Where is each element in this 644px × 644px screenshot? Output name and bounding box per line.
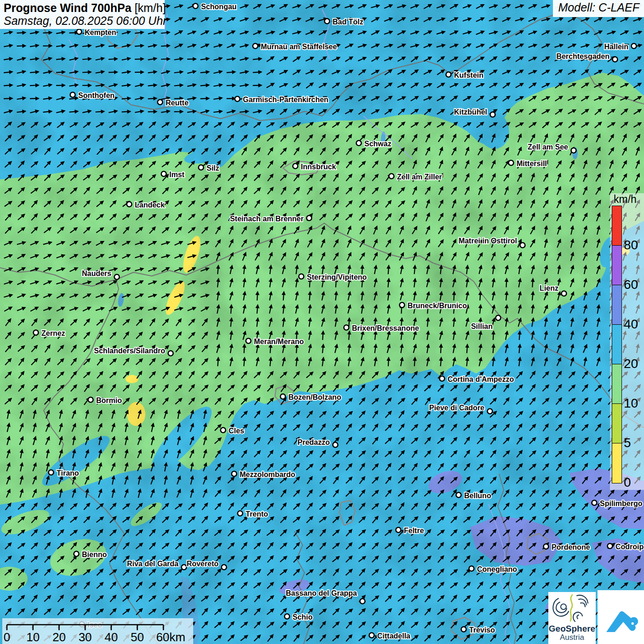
city-label: Kitzbühel (454, 108, 487, 116)
city-label: Reutte (166, 99, 189, 107)
scalebar-label: 0 (4, 630, 10, 644)
city-marker (488, 409, 493, 414)
city-marker (88, 397, 93, 402)
city-label: Bozen/Bolzano (288, 393, 341, 401)
distance-scalebar: 0102030405060km (2, 618, 193, 644)
city-marker (592, 500, 597, 506)
city-label: Bormio (96, 397, 122, 404)
city-marker (158, 100, 163, 105)
city-marker (281, 394, 286, 399)
title-unit: [km/h] (132, 1, 166, 14)
city-label: Mezzolombardo (240, 471, 295, 478)
city-label: Belluno (464, 492, 491, 500)
city-marker (161, 172, 167, 177)
legend-tick-label: 40 (624, 318, 638, 331)
city-marker (232, 472, 237, 477)
city-label: Zernez (41, 329, 65, 337)
city-marker (34, 330, 39, 335)
city-marker (299, 274, 304, 279)
legend-segment-40 (612, 285, 621, 325)
scalebar-label: 20 (52, 630, 66, 644)
city-label: Cortina d'Ampezzo (448, 375, 514, 383)
city-marker (520, 243, 525, 248)
city-label: Tirano (57, 469, 79, 477)
city-marker (293, 164, 298, 169)
city-marker (356, 141, 362, 146)
geosphere-logo-box: GeoSphere Austria (548, 592, 596, 644)
city-sterzing-vipiteno: Sterzing/Vipiteno (299, 273, 367, 281)
city-label: Codroipo (615, 543, 644, 551)
legend-segment-10 (612, 364, 621, 404)
mountain-cloud-icon (602, 598, 640, 637)
map-title-panel: Prognose Wind 700hPa [km/h] Samstag, 02.… (0, 0, 165, 29)
legend-segment-0 (612, 443, 621, 483)
city-marker (461, 627, 466, 632)
legend-color-bar (612, 206, 622, 483)
city-label: Treviso (469, 626, 495, 634)
legend-tick-label: 5 (624, 437, 631, 449)
city-spilimbergo: Spilimbergo (592, 500, 643, 507)
city-marker (562, 291, 567, 296)
city-marker (400, 303, 405, 308)
city-marker (632, 44, 637, 49)
city-label: Nauders (82, 270, 111, 277)
city-marker (168, 351, 173, 356)
scalebar-label: 40 (104, 630, 118, 644)
city-label: Sonthofen (78, 92, 115, 99)
city-cortina-d-ampezzo: Cortina d'Ampezzo (440, 375, 514, 383)
city-marker (77, 29, 82, 34)
city-label: Kempten (85, 29, 116, 36)
city-marker (440, 376, 445, 381)
city-marker (490, 112, 495, 117)
weather-map-screenshot: SchongauBad TölzKemptenMurnau am Staffel… (0, 0, 644, 644)
city-steinach-am-brenner: Steinach am Brenner (230, 215, 312, 223)
city-marker (571, 148, 576, 153)
geosphere-logo-icon (548, 592, 596, 623)
city-bruneck-brunico: Bruneck/Brunico (400, 302, 467, 310)
city-marker (49, 470, 54, 475)
scalebar-label: 10 (26, 630, 40, 644)
geosphere-wordmark: GeoSphere (548, 624, 596, 633)
city-marker (285, 614, 290, 619)
city-label: Bruneck/Brunico (408, 302, 467, 310)
city-marker (389, 174, 394, 179)
city-marker (456, 493, 461, 498)
city-marker (325, 19, 330, 24)
city-label: Bienno (82, 551, 107, 558)
city-label: Riva del Garda (127, 560, 178, 568)
geosphere-country: Austria (548, 633, 596, 642)
city-label: Mittersill (517, 160, 547, 167)
city-marker (222, 565, 227, 570)
city-label: Feltre (404, 527, 424, 535)
city-marker (446, 72, 451, 77)
city-label: Sterzing/Vipiteno (307, 273, 367, 281)
city-label: Steinach am Brenner (230, 215, 304, 223)
city-marker (127, 202, 132, 207)
weather-map[interactable]: SchongauBad TölzKemptenMurnau am Staffel… (0, 0, 644, 644)
city-label: Matrei in Osttirol (459, 237, 517, 245)
city-marker (246, 339, 251, 344)
legend-tick-label: 60 (624, 278, 638, 291)
scalebar-label: 60km (156, 630, 185, 644)
legend-title: km/h (614, 193, 637, 206)
model-label: Modell: C-LAEF (558, 1, 639, 14)
city-label: Landeck (135, 201, 165, 209)
city-label: Imst (169, 171, 185, 178)
city-marker (344, 325, 349, 330)
city-marker (509, 161, 514, 166)
legend-tick-label: 20 (624, 357, 638, 370)
city-marker (369, 633, 374, 638)
city-marker (469, 566, 474, 571)
legend-segment-20 (612, 325, 621, 364)
city-marker (182, 565, 187, 570)
color-legend: km/h 806040201050 (610, 193, 644, 490)
city-marker (238, 511, 243, 516)
city-label: Bassano del Grappa (286, 589, 357, 597)
city-marker (307, 216, 312, 221)
city-marker (613, 57, 618, 62)
city-label: Lienz (540, 284, 558, 292)
scalebar-graphic: 0102030405060km (2, 618, 193, 644)
city-marker (544, 544, 549, 549)
scalebar-label: 30 (79, 630, 92, 644)
city-label: Garmisch-Partenkirchen (243, 96, 328, 104)
